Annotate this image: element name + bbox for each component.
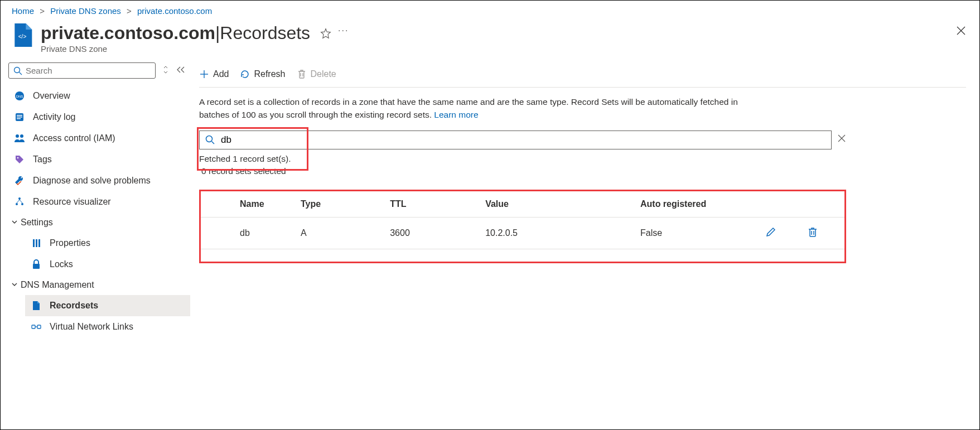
col-auto-registered[interactable]: Auto registered bbox=[636, 191, 761, 218]
sidebar-item-access-control[interactable]: Access control (IAM) bbox=[8, 128, 190, 149]
activity-log-icon bbox=[14, 112, 25, 123]
breadcrumb-home[interactable]: Home bbox=[12, 6, 34, 16]
sidebar-item-properties[interactable]: Properties bbox=[25, 233, 190, 254]
cell-auto: False bbox=[636, 217, 761, 249]
command-bar: Add Refresh Delete bbox=[199, 66, 966, 88]
sidebar-item-label: Diagnose and solve problems bbox=[33, 176, 151, 186]
cell-type: A bbox=[296, 217, 385, 249]
chevron-down-icon bbox=[8, 218, 21, 228]
col-type[interactable]: Type bbox=[296, 191, 385, 218]
svg-point-13 bbox=[17, 157, 19, 159]
recordsets-table-wrap: Name Type TTL Value Auto registered db A… bbox=[199, 190, 846, 263]
sidebar-item-label: Resource visualizer bbox=[33, 197, 111, 207]
favorite-star-icon[interactable] bbox=[320, 28, 331, 41]
sidebar-item-resource-visualizer[interactable]: Resource visualizer bbox=[8, 191, 190, 212]
chevron-right-icon: > bbox=[40, 6, 45, 16]
record-search-input[interactable] bbox=[221, 134, 825, 146]
svg-line-18 bbox=[20, 200, 22, 203]
trash-icon bbox=[297, 69, 307, 79]
col-ttl[interactable]: TTL bbox=[385, 191, 481, 218]
sidebar-item-tags[interactable]: Tags bbox=[8, 149, 190, 170]
svg-rect-20 bbox=[36, 239, 37, 247]
sidebar-item-label: Tags bbox=[33, 154, 52, 165]
learn-more-link[interactable]: Learn more bbox=[434, 110, 478, 119]
main-panel: Add Refresh Delete A record set is a col… bbox=[190, 60, 979, 337]
table-row[interactable]: db A 3600 10.2.0.5 False bbox=[201, 217, 844, 249]
svg-point-14 bbox=[18, 197, 21, 200]
sidebar-item-label: Virtual Network Links bbox=[50, 322, 133, 332]
sidebar-item-label: Activity log bbox=[33, 112, 75, 122]
chevron-down-icon bbox=[8, 280, 21, 290]
svg-rect-22 bbox=[33, 264, 40, 269]
svg-point-16 bbox=[21, 203, 23, 205]
lock-icon bbox=[31, 259, 42, 270]
sidebar-item-recordsets[interactable]: Recordsets bbox=[25, 295, 190, 316]
col-name[interactable]: Name bbox=[201, 191, 296, 218]
svg-rect-9 bbox=[17, 117, 22, 118]
sidebar-item-label: Properties bbox=[50, 238, 90, 248]
svg-point-3 bbox=[15, 67, 20, 73]
description-text: A record set is a collection of records … bbox=[199, 88, 757, 131]
properties-icon bbox=[31, 238, 42, 249]
col-value[interactable]: Value bbox=[481, 191, 636, 218]
page-title: private.contoso.com | Recordsets bbox=[41, 23, 310, 43]
sidebar-item-label: Overview bbox=[33, 91, 70, 101]
record-search-box[interactable] bbox=[199, 131, 832, 149]
delete-row-button[interactable] bbox=[803, 217, 844, 249]
svg-rect-10 bbox=[17, 118, 21, 119]
svg-rect-19 bbox=[33, 239, 35, 247]
selected-status: 0 record sets selected bbox=[199, 166, 966, 176]
chevron-right-icon: > bbox=[127, 6, 132, 16]
breadcrumb-zone-name[interactable]: private.contoso.com bbox=[137, 6, 212, 16]
plus-icon bbox=[199, 69, 209, 79]
clear-search-button[interactable] bbox=[837, 134, 846, 146]
sidebar-item-diagnose[interactable]: Diagnose and solve problems bbox=[8, 170, 190, 191]
sidebar-item-virtual-network-links[interactable]: Virtual Network Links bbox=[25, 316, 190, 337]
sidebar-search[interactable] bbox=[8, 62, 156, 79]
edit-row-button[interactable] bbox=[761, 217, 803, 249]
cell-value: 10.2.0.5 bbox=[481, 217, 636, 249]
search-icon bbox=[205, 135, 215, 145]
svg-line-29 bbox=[212, 141, 215, 144]
svg-point-15 bbox=[16, 203, 18, 205]
breadcrumb: Home > Private DNS zones > private.conto… bbox=[1, 1, 979, 20]
recordsets-icon bbox=[31, 300, 42, 311]
cell-ttl: 3600 bbox=[385, 217, 481, 249]
refresh-button[interactable]: Refresh bbox=[240, 69, 285, 79]
sidebar-item-locks[interactable]: Locks bbox=[25, 254, 190, 275]
sidebar-group-label: DNS Management bbox=[21, 280, 94, 290]
sidebar-item-label: Access control (IAM) bbox=[33, 133, 115, 143]
collapse-sidebar-icon[interactable] bbox=[176, 66, 185, 75]
more-actions-button[interactable]: ··· bbox=[338, 26, 349, 36]
sidebar-item-label: Recordsets bbox=[50, 301, 98, 311]
fetched-status: Fetched 1 record set(s). bbox=[199, 154, 966, 164]
breadcrumb-private-dns-zones[interactable]: Private DNS zones bbox=[50, 6, 121, 16]
sidebar-group-dns-management[interactable]: DNS Management bbox=[8, 275, 190, 295]
close-button[interactable] bbox=[956, 26, 966, 38]
tag-icon bbox=[14, 154, 25, 165]
sidebar-item-label: Locks bbox=[50, 259, 73, 269]
recordsets-table: Name Type TTL Value Auto registered db A… bbox=[201, 191, 844, 249]
people-icon bbox=[14, 133, 25, 144]
sidebar-group-settings[interactable]: Settings bbox=[8, 212, 190, 233]
dns-zone-icon: </> bbox=[12, 23, 33, 47]
add-button[interactable]: Add bbox=[199, 69, 229, 79]
sidebar-search-input[interactable] bbox=[26, 66, 151, 75]
visualizer-icon bbox=[14, 196, 25, 207]
cell-name: db bbox=[201, 217, 296, 249]
svg-line-4 bbox=[20, 72, 22, 75]
svg-line-17 bbox=[17, 200, 20, 203]
sidebar-item-activity-log[interactable]: Activity log bbox=[8, 107, 190, 128]
svg-point-11 bbox=[16, 134, 19, 138]
refresh-icon bbox=[240, 69, 250, 79]
expand-collapse-icon[interactable] bbox=[162, 65, 169, 76]
resource-type-label: Private DNS zone bbox=[41, 44, 310, 54]
sidebar-group-label: Settings bbox=[21, 218, 53, 228]
page-header: </> private.contoso.com | Recordsets Pri… bbox=[1, 20, 979, 60]
svg-rect-23 bbox=[32, 325, 35, 328]
globe-icon: DNS bbox=[14, 90, 25, 102]
sidebar-item-overview[interactable]: DNS Overview bbox=[8, 85, 190, 107]
svg-text:</>: </> bbox=[18, 33, 27, 40]
svg-rect-24 bbox=[37, 325, 41, 328]
svg-rect-21 bbox=[38, 239, 40, 247]
